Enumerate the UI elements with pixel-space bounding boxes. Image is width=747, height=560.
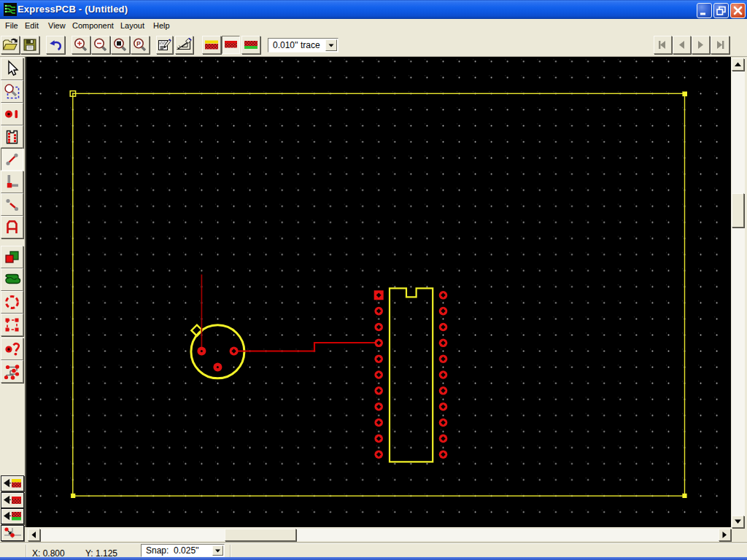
svg-text:P: P [136,40,141,47]
